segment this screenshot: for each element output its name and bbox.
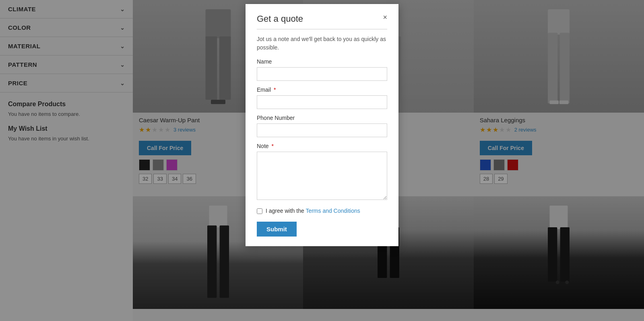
terms-checkbox[interactable] <box>257 208 262 214</box>
name-field-group: Name <box>257 58 387 81</box>
name-input[interactable] <box>257 67 387 81</box>
note-field-group: Note * <box>257 143 387 202</box>
modal-header: Get a quote × <box>257 14 387 24</box>
modal-title: Get a quote <box>257 14 303 24</box>
quote-modal: Get a quote × Jot us a note and we'll ge… <box>246 4 398 246</box>
modal-close-button[interactable]: × <box>383 14 387 21</box>
terms-link[interactable]: Terms and Conditions <box>305 208 360 214</box>
name-label: Name <box>257 58 387 65</box>
note-label: Note * <box>257 143 387 149</box>
terms-row: I agree with the Terms and Conditions <box>257 207 387 215</box>
modal-subtitle: Jot us a note and we'll get back to you … <box>257 35 387 52</box>
note-required-star: * <box>270 143 274 149</box>
phone-field-group: Phone Number <box>257 115 387 137</box>
phone-input[interactable] <box>257 123 387 137</box>
email-field-group: Email * <box>257 86 387 109</box>
submit-button[interactable]: Submit <box>257 222 297 237</box>
modal-divider <box>257 29 387 29</box>
email-required-star: * <box>272 86 276 93</box>
terms-text: I agree with the Terms and Conditions <box>266 207 360 215</box>
note-textarea[interactable] <box>257 152 387 200</box>
email-label: Email * <box>257 86 387 93</box>
phone-label: Phone Number <box>257 115 387 121</box>
email-input[interactable] <box>257 95 387 109</box>
